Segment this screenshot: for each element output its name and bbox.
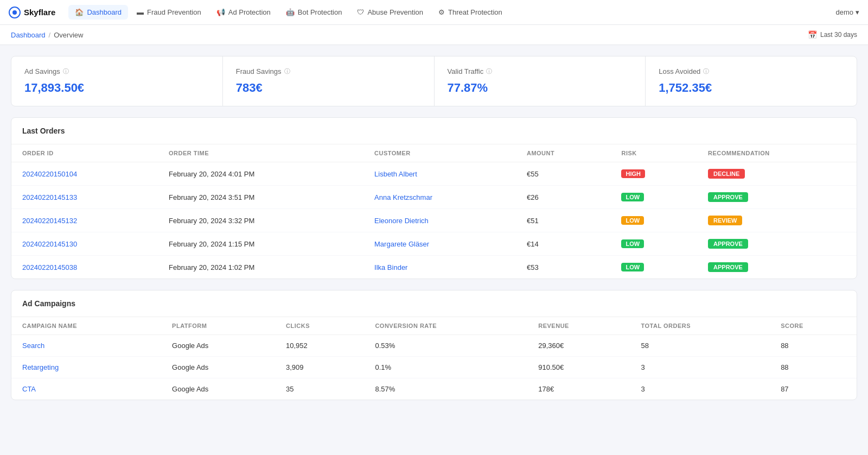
main-content: Ad Savings ⓘ 17,893.50€ Fraud Savings ⓘ … bbox=[0, 45, 868, 422]
order-recommendation: APPROVE bbox=[697, 232, 857, 256]
brand-logo[interactable]: Skyflare bbox=[9, 7, 55, 18]
user-label: demo bbox=[835, 8, 853, 16]
home-icon: 🏠 bbox=[75, 8, 84, 16]
orders-table-body: 20240220150104 February 20, 2024 4:01 PM… bbox=[11, 162, 857, 279]
order-amount: €26 bbox=[516, 186, 611, 209]
campaign-platform: Google Ads bbox=[161, 357, 275, 378]
bot-icon: 🤖 bbox=[286, 8, 295, 16]
order-customer[interactable]: Ilka Binder bbox=[363, 256, 516, 279]
breadcrumb-current: Overview bbox=[54, 31, 83, 39]
table-row: Search Google Ads 10,952 0.53% 29,360€ 5… bbox=[11, 335, 857, 357]
order-id[interactable]: 20240220150104 bbox=[11, 162, 158, 186]
campaign-name[interactable]: Search bbox=[11, 335, 161, 357]
orders-section: Last Orders ORDER ID ORDER TIME CUSTOMER… bbox=[11, 117, 857, 279]
order-recommendation: APPROVE bbox=[697, 256, 857, 279]
order-id[interactable]: 20240220145132 bbox=[11, 209, 158, 232]
metric-loss-avoided-info[interactable]: ⓘ bbox=[703, 67, 709, 75]
metric-fraud-savings-info[interactable]: ⓘ bbox=[284, 67, 290, 75]
campaigns-table-header: CAMPAIGN NAME PLATFORM CLICKS CONVERSION… bbox=[11, 317, 857, 335]
order-amount: €14 bbox=[516, 232, 611, 256]
order-risk: HIGH bbox=[610, 162, 697, 186]
order-customer[interactable]: Margarete Gläser bbox=[363, 232, 516, 256]
nav-label-abuse: Abuse Prevention bbox=[367, 8, 423, 16]
metric-ad-savings-info[interactable]: ⓘ bbox=[63, 67, 69, 75]
breadcrumb: Dashboard / Overview bbox=[11, 31, 83, 39]
nav-item-ad[interactable]: 📢 Ad Protection bbox=[210, 5, 277, 20]
abuse-icon: 🛡 bbox=[357, 8, 364, 16]
order-customer[interactable]: Lisbeth Albert bbox=[363, 162, 516, 186]
order-id[interactable]: 20240220145038 bbox=[11, 256, 158, 279]
order-id[interactable]: 20240220145133 bbox=[11, 186, 158, 209]
orders-col-customer: CUSTOMER bbox=[363, 144, 516, 162]
campaigns-col-clicks: CLICKS bbox=[275, 317, 364, 335]
campaign-conversion: 0.1% bbox=[364, 357, 527, 378]
metrics-row: Ad Savings ⓘ 17,893.50€ Fraud Savings ⓘ … bbox=[11, 56, 857, 106]
campaign-score: 88 bbox=[770, 335, 857, 357]
campaign-revenue: 178€ bbox=[527, 378, 630, 400]
metric-loss-avoided: Loss Avoided ⓘ 1,752.35€ bbox=[646, 56, 857, 106]
table-row: 20240220150104 February 20, 2024 4:01 PM… bbox=[11, 162, 857, 186]
metric-fraud-savings-label: Fraud Savings bbox=[236, 67, 282, 75]
order-risk: LOW bbox=[610, 209, 697, 232]
order-customer[interactable]: Anna Kretzschmar bbox=[363, 186, 516, 209]
metric-valid-traffic-info[interactable]: ⓘ bbox=[486, 67, 492, 75]
chevron-down-icon: ▾ bbox=[856, 8, 859, 16]
order-risk: LOW bbox=[610, 232, 697, 256]
metric-valid-traffic-value: 77.87% bbox=[448, 81, 633, 95]
breadcrumb-separator: / bbox=[49, 31, 51, 39]
campaign-score: 87 bbox=[770, 378, 857, 400]
brand-name: Skyflare bbox=[24, 8, 55, 17]
user-menu[interactable]: demo ▾ bbox=[835, 8, 859, 16]
campaigns-col-platform: PLATFORM bbox=[161, 317, 275, 335]
campaigns-col-name: CAMPAIGN NAME bbox=[11, 317, 161, 335]
order-customer[interactable]: Eleonore Dietrich bbox=[363, 209, 516, 232]
order-recommendation: REVIEW bbox=[697, 209, 857, 232]
metric-loss-avoided-value: 1,752.35€ bbox=[659, 81, 844, 95]
metric-fraud-savings-value: 783€ bbox=[236, 81, 421, 95]
order-id[interactable]: 20240220145130 bbox=[11, 232, 158, 256]
nav-items: 🏠 Dashboard ▬ Fraud Prevention 📢 Ad Prot… bbox=[68, 5, 835, 20]
campaign-clicks: 10,952 bbox=[275, 335, 364, 357]
orders-col-recommendation: RECOMMENDATION bbox=[697, 144, 857, 162]
orders-table-header: ORDER ID ORDER TIME CUSTOMER AMOUNT RISK… bbox=[11, 144, 857, 162]
calendar-icon: 📅 bbox=[808, 30, 817, 39]
date-range-picker[interactable]: 📅 Last 30 days bbox=[808, 30, 857, 39]
campaign-name[interactable]: CTA bbox=[11, 378, 161, 400]
breadcrumb-bar: Dashboard / Overview 📅 Last 30 days bbox=[0, 25, 868, 45]
order-time: February 20, 2024 4:01 PM bbox=[158, 162, 363, 186]
nav-item-bot[interactable]: 🤖 Bot Protection bbox=[279, 5, 349, 20]
orders-table: ORDER ID ORDER TIME CUSTOMER AMOUNT RISK… bbox=[11, 144, 857, 279]
nav-item-threat[interactable]: ⚙ Threat Protection bbox=[432, 5, 509, 20]
order-amount: €55 bbox=[516, 162, 611, 186]
campaigns-col-revenue: REVENUE bbox=[527, 317, 630, 335]
order-recommendation: APPROVE bbox=[697, 186, 857, 209]
table-row: 20240220145133 February 20, 2024 3:51 PM… bbox=[11, 186, 857, 209]
orders-col-id: ORDER ID bbox=[11, 144, 158, 162]
order-time: February 20, 2024 1:15 PM bbox=[158, 232, 363, 256]
campaigns-col-conversion: CONVERSION RATE bbox=[364, 317, 527, 335]
campaigns-col-score: SCORE bbox=[770, 317, 857, 335]
nav-label-ad: Ad Protection bbox=[228, 8, 271, 16]
nav-item-fraud[interactable]: ▬ Fraud Prevention bbox=[130, 5, 208, 20]
campaign-total-orders: 3 bbox=[630, 357, 770, 378]
ad-icon: 📢 bbox=[216, 8, 225, 16]
nav-label-fraud: Fraud Prevention bbox=[147, 8, 201, 16]
campaign-name[interactable]: Retargeting bbox=[11, 357, 161, 378]
orders-col-time: ORDER TIME bbox=[158, 144, 363, 162]
nav-item-abuse[interactable]: 🛡 Abuse Prevention bbox=[350, 5, 430, 20]
metric-ad-savings-label: Ad Savings bbox=[24, 67, 60, 75]
campaign-score: 88 bbox=[770, 357, 857, 378]
campaigns-table-body: Search Google Ads 10,952 0.53% 29,360€ 5… bbox=[11, 335, 857, 400]
navbar: Skyflare 🏠 Dashboard ▬ Fraud Prevention … bbox=[0, 0, 868, 25]
orders-section-title: Last Orders bbox=[11, 118, 857, 144]
campaign-total-orders: 3 bbox=[630, 378, 770, 400]
breadcrumb-root[interactable]: Dashboard bbox=[11, 31, 46, 39]
threat-icon: ⚙ bbox=[438, 8, 445, 16]
fraud-icon: ▬ bbox=[137, 8, 144, 16]
nav-item-dashboard[interactable]: 🏠 Dashboard bbox=[68, 5, 128, 20]
metric-loss-avoided-label: Loss Avoided bbox=[659, 67, 700, 75]
logo-icon bbox=[9, 7, 21, 18]
date-range-label: Last 30 days bbox=[820, 31, 857, 39]
order-risk: LOW bbox=[610, 256, 697, 279]
order-time: February 20, 2024 1:02 PM bbox=[158, 256, 363, 279]
